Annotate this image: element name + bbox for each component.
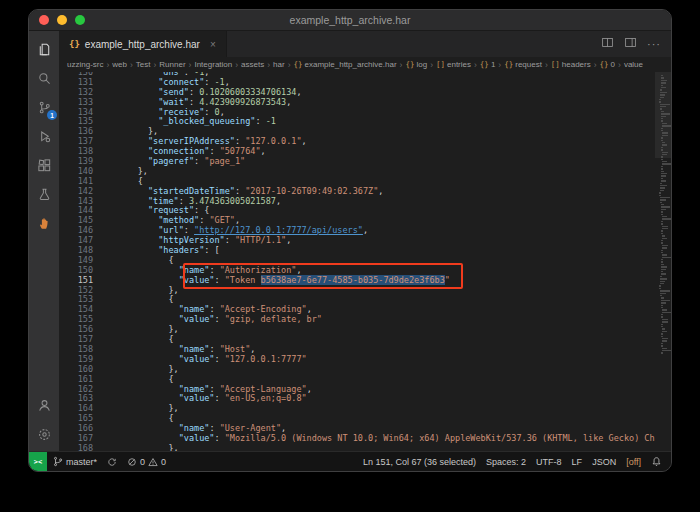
minimap-line (662, 123, 667, 124)
minimap-line (662, 218, 671, 219)
minimap-line (661, 273, 666, 274)
zoom-window-button[interactable] (75, 15, 85, 25)
bell-icon (651, 456, 662, 467)
breadcrumb-item[interactable]: › {} log (397, 60, 428, 70)
minimap-line (660, 89, 662, 90)
breadcrumb-item[interactable]: › web (103, 60, 127, 70)
breadcrumb-item[interactable]: › value (615, 60, 643, 70)
breadcrumb-label: har (273, 60, 285, 69)
problems-status[interactable]: 0 0 (122, 452, 171, 471)
minimize-window-button[interactable] (57, 15, 67, 25)
minimap-line (661, 159, 663, 160)
testing-beaker-icon[interactable] (34, 184, 54, 204)
breadcrumb-label: value (624, 60, 643, 69)
minimap-line (661, 75, 663, 76)
minimap-line (661, 130, 663, 131)
minimap-line (661, 128, 663, 129)
breadcrumb-item[interactable]: › [] entries (427, 60, 471, 70)
breadcrumb-item[interactable]: › {} example_http_archive.har (285, 60, 397, 70)
accounts-icon[interactable] (34, 395, 54, 415)
sync-status[interactable] (102, 452, 122, 471)
minimap-line (661, 171, 664, 172)
minimap-line (661, 173, 667, 174)
notifications-bell[interactable] (646, 456, 667, 467)
toggle-layout-icon[interactable] (624, 35, 637, 53)
breadcrumb-separator: › (474, 60, 477, 70)
minimap-line (660, 183, 662, 184)
minimap-line (661, 314, 663, 315)
more-actions-button[interactable]: ··· (647, 38, 661, 50)
minimap-line (661, 300, 670, 301)
minimap-line (661, 264, 664, 265)
minimap-line (660, 190, 664, 191)
editor-lines: 130 "dns": -1,131 "connect": -1,132 "sen… (59, 72, 655, 451)
minimap-line (660, 94, 665, 95)
language-mode[interactable]: JSON (587, 457, 621, 467)
traffic-lights (39, 10, 85, 30)
cursor-position[interactable]: Ln 151, Col 67 (36 selected) (358, 457, 481, 467)
extensions-icon[interactable] (34, 155, 54, 175)
breadcrumb-separator: › (498, 60, 501, 70)
minimap-line (661, 333, 663, 334)
breadcrumb-item[interactable]: › Integration (186, 60, 233, 70)
breadcrumb-item[interactable]: › Test (127, 60, 151, 70)
minimap-line (661, 147, 663, 148)
remote-indicator[interactable]: >< (29, 452, 47, 471)
eol-setting[interactable]: LF (567, 457, 588, 467)
minimap-line (661, 259, 663, 260)
breadcrumb-item[interactable]: › {} 1 (471, 60, 495, 70)
split-editor-icon[interactable] (601, 35, 614, 53)
explorer-icon[interactable] (34, 39, 54, 59)
breadcrumb-item[interactable]: › [] headers (542, 60, 591, 70)
minimap-line (660, 92, 667, 93)
run-debug-icon[interactable] (34, 126, 54, 146)
code-line[interactable]: 168 }, (59, 444, 655, 451)
encoding-setting[interactable]: UTF-8 (531, 457, 567, 467)
settings-gear-icon[interactable] (34, 424, 54, 444)
hand-extension-icon[interactable] (34, 213, 54, 233)
minimap-line (661, 230, 663, 231)
code-line[interactable]: 139 "pageref": "page_1" (59, 157, 655, 167)
minimap-line (661, 113, 670, 114)
breadcrumb-item[interactable]: › assets (232, 60, 264, 70)
minimap-line (662, 144, 668, 145)
breadcrumb-label: example_http_archive.har (305, 60, 397, 69)
minimap-line (660, 202, 663, 203)
source-control-icon[interactable]: 1 (34, 97, 54, 117)
breadcrumb-label: assets (241, 60, 264, 69)
breadcrumb-label: log (416, 60, 427, 69)
breadcrumb-item[interactable]: › {} 0 (591, 60, 615, 70)
minimap[interactable] (655, 72, 671, 451)
breadcrumb-item[interactable]: › {} request (495, 60, 542, 70)
minimap-line (662, 350, 671, 351)
breadcrumb-item[interactable]: › har (264, 60, 284, 70)
title-bar[interactable]: example_http_archive.har (29, 10, 671, 31)
vscode-window: example_http_archive.har 1 (28, 9, 672, 472)
minimap-line (662, 154, 668, 155)
breadcrumb-item[interactable]: uzzing-src (67, 60, 103, 69)
minimap-line (661, 305, 664, 306)
minimap-line (661, 116, 667, 117)
indent-setting[interactable]: Spaces: 2 (481, 457, 531, 467)
breadcrumb-item[interactable]: › Runner (151, 60, 186, 70)
close-tab-icon[interactable]: × (210, 39, 216, 50)
minimap-line (660, 295, 663, 296)
close-window-button[interactable] (39, 15, 49, 25)
minimap-line (661, 221, 663, 222)
status-bar: >< master* 0 0 Ln 151, Col 67 (36 select… (29, 451, 671, 471)
breadcrumb-separator: › (267, 60, 270, 70)
minimap-line (662, 321, 668, 322)
line-number[interactable]: 168 (59, 444, 101, 451)
editor[interactable]: 130 "dns": -1,131 "connect": -1,132 "sen… (59, 72, 671, 451)
branch-status[interactable]: master* (47, 452, 102, 471)
mode-indicator[interactable]: [off] (621, 457, 646, 467)
tab-example-http-archive[interactable]: {} example_http_archive.har × (59, 31, 227, 57)
code-line[interactable]: 140 }, (59, 167, 655, 177)
breadcrumb-separator: › (106, 60, 109, 70)
minimap-line (661, 118, 664, 119)
search-icon[interactable] (34, 68, 54, 88)
breadcrumb-label: Runner (159, 60, 185, 69)
minimap-line (661, 82, 667, 83)
errors-icon (127, 457, 137, 467)
minimap-line (661, 166, 663, 167)
